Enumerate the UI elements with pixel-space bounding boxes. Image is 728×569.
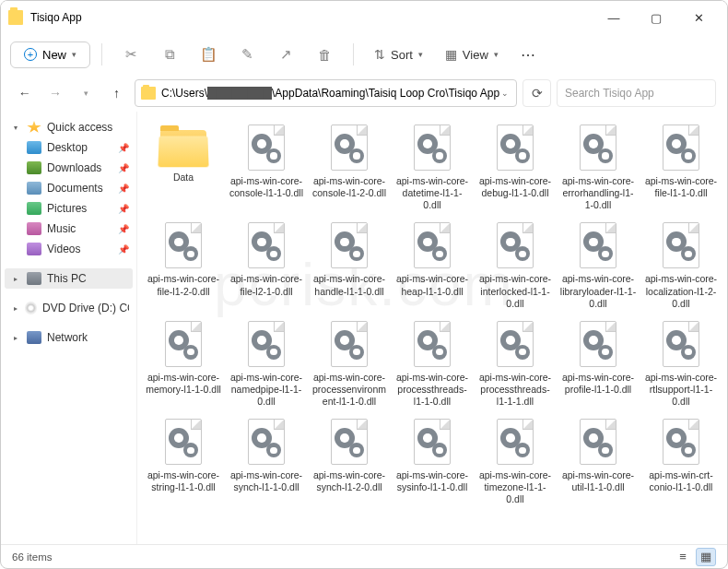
file-item[interactable]: api-ms-win-core-file-l1-2-0.dll xyxy=(143,219,224,313)
file-item[interactable]: api-ms-win-core-profile-l1-1-0.dll xyxy=(558,317,639,411)
search-input[interactable]: Search Tisiqo App xyxy=(557,79,716,107)
more-button[interactable]: ⋯ xyxy=(511,46,546,64)
file-item[interactable]: api-ms-win-core-console-l1-2-0.dll xyxy=(309,121,390,215)
file-item[interactable]: api-ms-win-core-timezone-l1-1-0.dll xyxy=(475,415,556,509)
chevron-down-icon: ▾ xyxy=(494,50,499,59)
address-bar[interactable]: C:\Users\████████\AppData\Roaming\Taisiq… xyxy=(135,79,517,107)
network-icon xyxy=(27,331,41,344)
file-name: api-ms-win-core-timezone-l1-1-0.dll xyxy=(476,469,554,505)
file-item[interactable]: api-ms-win-core-console-l1-1-0.dll xyxy=(226,121,307,215)
file-item[interactable]: api-ms-win-core-errorhandling-l1-1-0.dll xyxy=(558,121,639,215)
dll-icon xyxy=(410,124,454,172)
sidebar-item-label: Desktop xyxy=(47,141,88,154)
sidebar-item-network[interactable]: ▸ Network xyxy=(5,327,133,348)
navigation-bar: ← → ▾ ↑ C:\Users\████████\AppData\Roamin… xyxy=(1,75,727,112)
file-item[interactable]: api-ms-win-core-processthreads-l1-1-0.dl… xyxy=(392,317,473,411)
sidebar-item-pictures[interactable]: Pictures 📌 xyxy=(5,198,133,219)
chevron-down-icon: ▾ xyxy=(72,50,76,59)
separator xyxy=(101,43,102,65)
sort-button[interactable]: ⇅ Sort ▾ xyxy=(365,41,432,67)
refresh-button[interactable]: ⟳ xyxy=(523,79,551,107)
up-button[interactable]: ↑ xyxy=(104,79,129,107)
file-item[interactable]: api-ms-win-core-debug-l1-1-0.dll xyxy=(475,121,556,215)
pin-icon: 📌 xyxy=(118,143,129,153)
sidebar-item-videos[interactable]: Videos 📌 xyxy=(5,239,133,259)
file-item[interactable]: api-ms-win-core-datetime-l1-1-0.dll xyxy=(392,121,473,215)
sidebar-quick-access[interactable]: ▾ Quick access xyxy=(5,117,133,137)
dll-icon xyxy=(576,124,620,172)
folder-item[interactable]: Data xyxy=(143,121,224,215)
file-item[interactable]: api-ms-win-crt-conio-l1-1-0.dll xyxy=(640,415,722,509)
file-item[interactable]: api-ms-win-core-handle-l1-1-0.dll xyxy=(309,219,390,313)
content-pane[interactable]: Dataapi-ms-win-core-console-l1-1-0.dllap… xyxy=(137,112,727,544)
file-name: api-ms-win-core-file-l1-2-0.dll xyxy=(145,273,222,297)
file-item[interactable]: api-ms-win-core-memory-l1-1-0.dll xyxy=(143,317,224,411)
file-name: api-ms-win-core-file-l2-1-0.dll xyxy=(228,273,305,297)
share-button[interactable]: ↗ xyxy=(268,39,303,70)
cut-button[interactable]: ✂ xyxy=(113,39,148,70)
maximize-button[interactable]: ▢ xyxy=(635,1,677,34)
sidebar-item-thispc[interactable]: ▸ This PC xyxy=(5,268,133,289)
chevron-down-icon[interactable]: ⌄ xyxy=(499,89,511,98)
sidebar-item-downloads[interactable]: Downloads 📌 xyxy=(5,158,133,178)
sidebar-item-label: Quick access xyxy=(47,121,112,134)
dll-icon xyxy=(659,222,703,270)
rename-button[interactable]: ✎ xyxy=(229,39,264,70)
sidebar-item-label: Downloads xyxy=(47,161,101,174)
chevron-down-icon: ▾ xyxy=(418,50,423,59)
file-name: api-ms-win-crt-conio-l1-1-0.dll xyxy=(642,469,720,493)
forward-button[interactable]: → xyxy=(42,79,67,107)
paste-button[interactable]: 📋 xyxy=(191,39,226,70)
file-name: api-ms-win-core-memory-l1-1-0.dll xyxy=(145,372,222,396)
file-item[interactable]: api-ms-win-core-string-l1-1-0.dll xyxy=(143,415,224,509)
file-name: api-ms-win-core-errorhandling-l1-1-0.dll xyxy=(559,175,637,211)
view-button[interactable]: ▦ View ▾ xyxy=(436,41,508,67)
file-item[interactable]: api-ms-win-core-synch-l1-1-0.dll xyxy=(226,415,307,509)
file-item[interactable]: api-ms-win-core-interlocked-l1-1-0.dll xyxy=(475,219,556,313)
pin-icon: 📌 xyxy=(118,184,129,194)
dll-icon xyxy=(410,222,454,270)
plus-icon: + xyxy=(24,48,37,61)
file-item[interactable]: api-ms-win-core-rtlsupport-l1-1-0.dll xyxy=(640,317,722,411)
details-view-button[interactable]: ≡ xyxy=(673,548,693,566)
pin-icon: 📌 xyxy=(118,224,129,234)
icons-view-button[interactable]: ▦ xyxy=(696,548,716,566)
new-button[interactable]: + New ▾ xyxy=(10,41,90,68)
minimize-button[interactable]: — xyxy=(593,1,635,34)
documents-icon xyxy=(27,182,41,195)
dll-icon xyxy=(327,419,371,467)
dvd-icon xyxy=(25,302,37,314)
copy-button[interactable]: ⧉ xyxy=(152,39,187,70)
sidebar-item-documents[interactable]: Documents 📌 xyxy=(5,178,133,198)
sidebar-item-desktop[interactable]: Desktop 📌 xyxy=(5,137,133,158)
file-item[interactable]: api-ms-win-core-heap-l1-1-0.dll xyxy=(392,219,473,313)
sidebar-item-music[interactable]: Music 📌 xyxy=(5,219,133,239)
file-item[interactable]: api-ms-win-core-namedpipe-l1-1-0.dll xyxy=(226,317,307,411)
dll-icon xyxy=(161,419,205,467)
dll-icon xyxy=(659,419,703,467)
back-button[interactable]: ← xyxy=(12,79,37,107)
file-item[interactable]: api-ms-win-core-sysinfo-l1-1-0.dll xyxy=(392,415,473,509)
file-item[interactable]: api-ms-win-core-processenvironment-l1-1-… xyxy=(309,317,390,411)
file-item[interactable]: api-ms-win-core-util-l1-1-0.dll xyxy=(558,415,639,509)
file-name: api-ms-win-core-file-l1-1-0.dll xyxy=(642,175,720,199)
dll-icon xyxy=(410,321,454,369)
file-item[interactable]: api-ms-win-core-libraryloader-l1-1-0.dll xyxy=(558,219,639,313)
file-item[interactable]: api-ms-win-core-file-l1-1-0.dll xyxy=(640,121,722,215)
sidebar-item-dvd[interactable]: ▸ DVD Drive (D:) CCCC xyxy=(5,298,133,318)
pin-icon: 📌 xyxy=(118,163,129,173)
music-icon xyxy=(27,222,41,235)
file-name: Data xyxy=(173,172,194,184)
sidebar-item-label: DVD Drive (D:) CCCC xyxy=(42,302,129,314)
file-item[interactable]: api-ms-win-core-localization-l1-2-0.dll xyxy=(640,219,722,313)
file-name: api-ms-win-core-processthreads-l1-1-0.dl… xyxy=(393,372,471,408)
recent-chevron[interactable]: ▾ xyxy=(74,79,99,107)
delete-button[interactable]: 🗑 xyxy=(307,39,342,70)
dll-icon xyxy=(327,321,371,369)
new-label: New xyxy=(42,48,66,62)
close-button[interactable]: ✕ xyxy=(677,1,720,34)
file-item[interactable]: api-ms-win-core-processthreads-l1-1-1.dl… xyxy=(475,317,556,411)
file-item[interactable]: api-ms-win-core-synch-l1-2-0.dll xyxy=(309,415,390,509)
thispc-icon xyxy=(27,272,41,285)
file-item[interactable]: api-ms-win-core-file-l2-1-0.dll xyxy=(226,219,307,313)
